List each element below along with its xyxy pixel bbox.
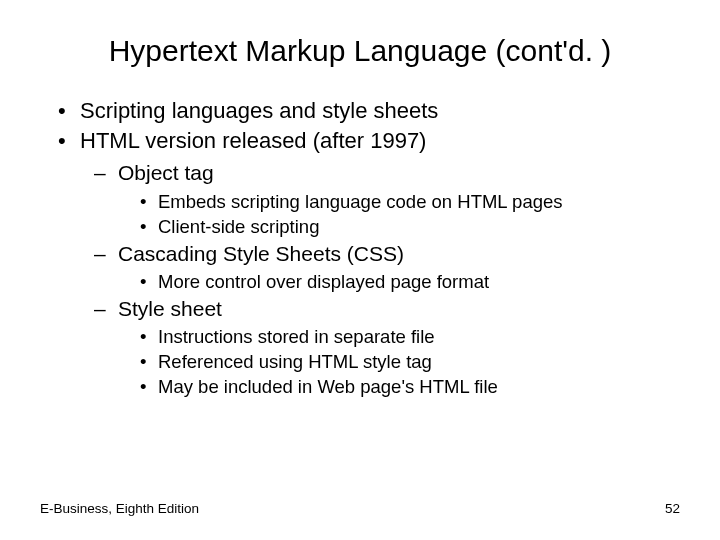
bullet-item: Instructions stored in separate file <box>136 325 680 350</box>
bullet-item: More control over displayed page format <box>136 270 680 295</box>
bullet-text: Instructions stored in separate file <box>158 326 435 347</box>
bullet-text: Scripting languages and style sheets <box>80 98 438 123</box>
page-number: 52 <box>665 501 680 516</box>
bullet-item: May be included in Web page's HTML file <box>136 375 680 400</box>
footer-left: E-Business, Eighth Edition <box>40 501 199 516</box>
bullet-text: Cascading Style Sheets (CSS) <box>118 242 404 265</box>
bullet-list-level-1: Scripting languages and style sheets HTM… <box>54 96 680 400</box>
bullet-list-level-2: Object tag Embeds scripting language cod… <box>80 159 680 400</box>
bullet-text: More control over displayed page format <box>158 271 489 292</box>
slide-content: Scripting languages and style sheets HTM… <box>40 96 680 400</box>
bullet-item: Style sheet Instructions stored in separ… <box>90 295 680 400</box>
bullet-item: Client-side scripting <box>136 215 680 240</box>
bullet-text: Object tag <box>118 161 214 184</box>
bullet-list-level-3: Instructions stored in separate file Ref… <box>118 325 680 400</box>
bullet-text: HTML version released (after 1997) <box>80 128 426 153</box>
bullet-text: May be included in Web page's HTML file <box>158 376 498 397</box>
bullet-item: Scripting languages and style sheets <box>54 96 680 126</box>
bullet-item: Embeds scripting language code on HTML p… <box>136 190 680 215</box>
bullet-text: Referenced using HTML style tag <box>158 351 432 372</box>
bullet-item: Referenced using HTML style tag <box>136 350 680 375</box>
bullet-text: Client-side scripting <box>158 216 319 237</box>
bullet-item: HTML version released (after 1997) Objec… <box>54 126 680 401</box>
bullet-list-level-3: More control over displayed page format <box>118 270 680 295</box>
bullet-text: Style sheet <box>118 297 222 320</box>
bullet-text: Embeds scripting language code on HTML p… <box>158 191 563 212</box>
slide: Hypertext Markup Language (cont'd. ) Scr… <box>0 0 720 540</box>
bullet-item: Object tag Embeds scripting language cod… <box>90 159 680 239</box>
bullet-list-level-3: Embeds scripting language code on HTML p… <box>118 190 680 240</box>
slide-title: Hypertext Markup Language (cont'd. ) <box>40 34 680 68</box>
bullet-item: Cascading Style Sheets (CSS) More contro… <box>90 240 680 295</box>
slide-footer: E-Business, Eighth Edition 52 <box>40 501 680 516</box>
